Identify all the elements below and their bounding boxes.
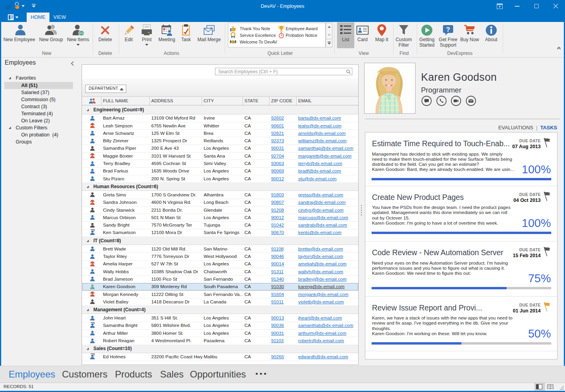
svg-text:?: ? [446, 26, 450, 33]
